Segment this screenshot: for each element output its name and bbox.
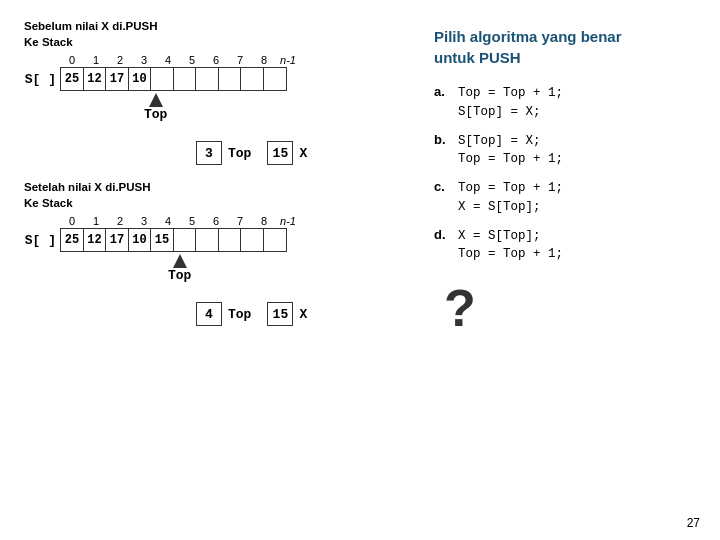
index-2: 2 xyxy=(108,54,132,66)
before-array-row: S[ ] 25 12 17 10 xyxy=(24,67,414,91)
before-top-section: Top xyxy=(60,93,414,139)
before-val1-box: 3 Top xyxy=(196,141,251,165)
after-array-label: S[ ] xyxy=(24,233,56,248)
before-cell-8 xyxy=(240,67,264,91)
page: Sebelum nilai X di.PUSHKe Stack 0 1 2 3 … xyxy=(0,0,720,540)
after-cell-3: 10 xyxy=(128,228,152,252)
choice-c-row: c. Top = Top + 1; X = S[Top]; xyxy=(434,179,696,217)
choice-a-row: a. Top = Top + 1; S[Top] = X; xyxy=(434,84,696,122)
index-4: 4 xyxy=(156,54,180,66)
after-cell-6 xyxy=(195,228,219,252)
main-layout: Sebelum nilai X di.PUSHKe Stack 0 1 2 3 … xyxy=(24,18,696,522)
before-val1-label: Top xyxy=(228,146,251,161)
before-cell-0: 25 xyxy=(60,67,84,91)
after-index-0: 0 xyxy=(60,215,84,227)
index-3: 3 xyxy=(132,54,156,66)
choice-b-text: S[Top] = X; Top = Top + 1; xyxy=(458,132,563,170)
right-title: Pilih algoritma yang benar untuk PUSH xyxy=(434,26,696,68)
after-index-3: 3 xyxy=(132,215,156,227)
choice-a-text: Top = Top + 1; S[Top] = X; xyxy=(458,84,563,122)
after-cell-9 xyxy=(263,228,287,252)
index-7: 7 xyxy=(228,54,252,66)
after-arrow-up xyxy=(173,254,187,268)
before-cell-6 xyxy=(195,67,219,91)
before-cell-3: 10 xyxy=(128,67,152,91)
after-val2-box: 15 X xyxy=(267,302,307,326)
after-top-indicator: Top xyxy=(168,254,191,283)
after-cell-7 xyxy=(218,228,242,252)
index-0: 0 xyxy=(60,54,84,66)
after-cell-8 xyxy=(240,228,264,252)
choice-d-text: X = S[Top]; Top = Top + 1; xyxy=(458,227,563,265)
after-top-label: Top xyxy=(168,268,191,283)
after-index-6: 6 xyxy=(204,215,228,227)
before-cell-7 xyxy=(218,67,242,91)
choice-a-letter: a. xyxy=(434,84,452,99)
before-array-label: S[ ] xyxy=(24,72,56,87)
before-cell-1: 12 xyxy=(83,67,107,91)
before-section-label: Sebelum nilai X di.PUSHKe Stack xyxy=(24,18,414,50)
choice-c-text: Top = Top + 1; X = S[Top]; xyxy=(458,179,563,217)
choice-b-letter: b. xyxy=(434,132,452,147)
before-cells: 25 12 17 10 xyxy=(60,67,285,91)
before-values-row: 3 Top 15 X xyxy=(60,141,414,165)
after-cell-4: 15 xyxy=(150,228,174,252)
after-index-5: 5 xyxy=(180,215,204,227)
page-number: 27 xyxy=(687,516,700,530)
right-panel: Pilih algoritma yang benar untuk PUSH a.… xyxy=(434,18,696,522)
after-cell-5 xyxy=(173,228,197,252)
before-cell-4 xyxy=(150,67,174,91)
before-arrow-up xyxy=(149,93,163,107)
after-values-row: 4 Top 15 X xyxy=(60,302,414,326)
index-5: 5 xyxy=(180,54,204,66)
before-val2-number: 15 xyxy=(267,141,293,165)
after-val2-label: X xyxy=(299,307,307,322)
after-top-section: Top xyxy=(60,254,414,300)
after-section-label: Setelah nilai X di.PUSHKe Stack xyxy=(24,179,414,211)
before-cell-9 xyxy=(263,67,287,91)
before-cell-2: 17 xyxy=(105,67,129,91)
after-index-1: 1 xyxy=(84,215,108,227)
left-panel: Sebelum nilai X di.PUSHKe Stack 0 1 2 3 … xyxy=(24,18,414,522)
question-mark: ? xyxy=(444,278,696,338)
index-8: 8 xyxy=(252,54,276,66)
before-val2-box: 15 X xyxy=(267,141,307,165)
before-indices-row: 0 1 2 3 4 5 6 7 8 n-1 xyxy=(60,54,300,66)
choice-c-letter: c. xyxy=(434,179,452,194)
index-1: 1 xyxy=(84,54,108,66)
index-9: n-1 xyxy=(276,54,300,66)
after-cells: 25 12 17 10 15 xyxy=(60,228,285,252)
before-cell-5 xyxy=(173,67,197,91)
choice-b-row: b. S[Top] = X; Top = Top + 1; xyxy=(434,132,696,170)
after-index-4: 4 xyxy=(156,215,180,227)
before-val2-label: X xyxy=(299,146,307,161)
after-index-9: n-1 xyxy=(276,215,300,227)
choices-list: a. Top = Top + 1; S[Top] = X; b. S[Top] … xyxy=(434,84,696,274)
after-index-8: 8 xyxy=(252,215,276,227)
after-array-row: S[ ] 25 12 17 10 15 xyxy=(24,228,414,252)
after-index-2: 2 xyxy=(108,215,132,227)
after-indices-row: 0 1 2 3 4 5 6 7 8 n-1 xyxy=(60,215,300,227)
after-val1-box: 4 Top xyxy=(196,302,251,326)
choice-d-row: d. X = S[Top]; Top = Top + 1; xyxy=(434,227,696,265)
after-val2-number: 15 xyxy=(267,302,293,326)
before-val1-number: 3 xyxy=(196,141,222,165)
index-6: 6 xyxy=(204,54,228,66)
after-cell-0: 25 xyxy=(60,228,84,252)
after-index-7: 7 xyxy=(228,215,252,227)
after-val1-number: 4 xyxy=(196,302,222,326)
after-cell-2: 17 xyxy=(105,228,129,252)
before-top-indicator: Top xyxy=(144,93,167,122)
before-top-label: Top xyxy=(144,107,167,122)
after-cell-1: 12 xyxy=(83,228,107,252)
after-val1-label: Top xyxy=(228,307,251,322)
choice-d-letter: d. xyxy=(434,227,452,242)
